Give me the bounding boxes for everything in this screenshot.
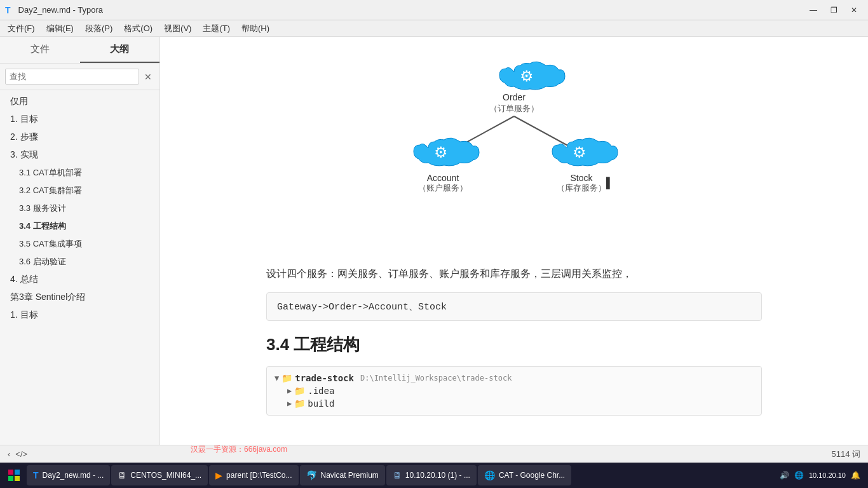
menu-item-p[interactable]: 段落(P) xyxy=(80,22,118,36)
sidebar: 文件 大纲 ✕ 仅用1. 目标2. 步骤3. 实现3.1 CAT单机部署3.2 … xyxy=(0,37,160,445)
build-folder-icon: 📁 xyxy=(294,398,305,409)
tab-outline[interactable]: 大纲 xyxy=(80,37,160,63)
bottom-code-tag: </> xyxy=(15,449,27,459)
close-button[interactable]: ✕ xyxy=(845,3,863,17)
outline-item-7[interactable]: 3.4 工程结构 xyxy=(0,217,159,235)
outline-item-5[interactable]: 3.2 CAT集群部署 xyxy=(0,182,159,200)
idea-folder-name: .idea xyxy=(308,386,334,396)
file-tree: ▼ 📁 trade-stock D:\Intellij_Workspace\tr… xyxy=(266,366,762,416)
centos-icon: 🖥 xyxy=(118,470,126,480)
outline-list: 仅用1. 目标2. 步骤3. 实现3.1 CAT单机部署3.2 CAT集群部署3… xyxy=(0,90,159,445)
outline-item-11[interactable]: 第3章 Sentinel介绍 xyxy=(0,288,159,306)
app-icon: T xyxy=(5,5,11,15)
sidebar-tabs: 文件 大纲 xyxy=(0,37,159,64)
taskbar-centos[interactable]: 🖥 CENTOS_MINI64_... xyxy=(111,465,208,485)
outline-item-1[interactable]: 1. 目标 xyxy=(0,111,159,128)
file-tree-children: ▶ 📁 .idea ▶ 📁 build xyxy=(275,384,754,410)
taskbar-right: 🔊 🌐 10.10.20.10 🔔 xyxy=(775,471,865,480)
svg-text:（账户服务）: （账户服务） xyxy=(418,183,468,193)
main-area: 文件 大纲 ✕ 仅用1. 目标2. 步骤3. 实现3.1 CAT单机部署3.2 … xyxy=(0,37,868,445)
taskbar-chrome[interactable]: 🌐 CAT - Google Chr... xyxy=(478,465,571,485)
menu-bar: 文件(F)编辑(E)段落(P)格式(O)视图(V)主题(T)帮助(H) xyxy=(0,20,868,37)
watermark: 汉晸一手资源：666java.com xyxy=(191,444,287,455)
outline-item-10[interactable]: 4. 总结 xyxy=(0,271,159,288)
taskbar-navicat[interactable]: 🐬 Navicat Premium xyxy=(300,465,385,485)
file-tree-row-build: ▶ 📁 build xyxy=(287,397,754,410)
folder-icon: 📁 xyxy=(281,373,292,383)
file-tree-row-idea: ▶ 📁 .idea xyxy=(287,384,754,397)
outline-item-2[interactable]: 2. 步骤 xyxy=(0,128,159,146)
taskbar-network-icon[interactable]: 🌐 xyxy=(794,471,804,480)
menu-item-f[interactable]: 文件(F) xyxy=(3,22,40,36)
svg-text:Account: Account xyxy=(427,173,459,183)
start-button[interactable] xyxy=(3,465,25,485)
maximize-button[interactable]: ❐ xyxy=(825,3,843,17)
chrome-icon: 🌐 xyxy=(484,470,495,480)
root-folder-path: D:\Intellij_Workspace\trade-stock xyxy=(360,374,512,383)
bottom-nav-prev[interactable]: ‹ xyxy=(8,449,10,459)
typora-label: Day2_new.md - ... xyxy=(43,471,104,480)
typora-icon: T xyxy=(33,470,39,480)
centos-label: CENTOS_MINI64_... xyxy=(130,471,201,480)
taskbar: T Day2_new.md - ... 🖥 CENTOS_MINI64_... … xyxy=(0,463,868,488)
intellij-label: parent [D:\TestCo... xyxy=(226,471,292,480)
taskbar-remote[interactable]: 🖥 10.10.20.10 (1) - ... xyxy=(386,465,477,485)
diagram-area: ⚙ ⚙ Order （订单服务） ⚙ Account xyxy=(266,50,762,253)
build-expand-icon[interactable]: ▶ xyxy=(287,399,292,408)
svg-text:⚙: ⚙ xyxy=(573,144,587,161)
build-folder-name: build xyxy=(308,398,334,409)
taskbar-intellij[interactable]: ▶ parent [D:\TestCo... xyxy=(209,465,298,485)
svg-text:（库存服务）: （库存服务） xyxy=(557,183,606,193)
svg-text:Order: Order xyxy=(503,92,526,102)
search-clear-button[interactable]: ✕ xyxy=(142,71,154,83)
taskbar-sound-icon[interactable]: 🔊 xyxy=(780,471,789,480)
search-input[interactable] xyxy=(5,69,139,85)
title-bar-left: T Day2_new.md - Typora xyxy=(5,5,103,15)
description-text: 设计四个服务：网关服务、订单服务、账户服务和库存服务，三层调用关系监控， xyxy=(266,266,762,282)
svg-rect-15 xyxy=(8,476,13,481)
svg-text:Stock: Stock xyxy=(570,173,593,183)
outline-item-3[interactable]: 3. 实现 xyxy=(0,146,159,164)
svg-text:▌: ▌ xyxy=(606,177,613,189)
taskbar-datetime: 10.10.20.10 xyxy=(809,471,846,479)
remote-label: 10.10.20.10 (1) - ... xyxy=(405,471,470,480)
idea-expand-icon[interactable]: ▶ xyxy=(287,386,292,395)
tab-file[interactable]: 文件 xyxy=(0,37,80,63)
menu-item-o[interactable]: 格式(O) xyxy=(119,22,158,36)
svg-rect-16 xyxy=(15,476,20,481)
navicat-icon: 🐬 xyxy=(306,470,317,480)
windows-icon xyxy=(8,469,20,482)
content-inner: ⚙ ⚙ Order （订单服务） ⚙ Account xyxy=(228,37,800,428)
outline-item-9[interactable]: 3.6 启动验证 xyxy=(0,253,159,271)
outline-item-12[interactable]: 1. 目标 xyxy=(0,306,159,324)
outline-item-0[interactable]: 仅用 xyxy=(0,93,159,111)
menu-item-v[interactable]: 视图(V) xyxy=(159,22,196,36)
outline-item-6[interactable]: 3.3 服务设计 xyxy=(0,200,159,217)
word-count: 5114 词 xyxy=(831,449,860,460)
architecture-diagram: ⚙ ⚙ Order （订单服务） ⚙ Account xyxy=(349,50,679,253)
svg-text:⚙: ⚙ xyxy=(523,72,531,82)
outline-item-8[interactable]: 3.5 CAT集成事项 xyxy=(0,235,159,253)
bottom-bar: ‹ </> 5114 词 xyxy=(0,445,868,463)
navicat-label: Navicat Premium xyxy=(321,471,379,480)
minimize-button[interactable]: — xyxy=(804,3,822,17)
menu-item-t[interactable]: 主题(T) xyxy=(198,22,235,36)
content-area: ⚙ ⚙ Order （订单服务） ⚙ Account xyxy=(160,37,868,445)
root-folder-name: trade-stock xyxy=(295,373,354,383)
idea-folder-icon: 📁 xyxy=(294,386,305,396)
menu-item-h[interactable]: 帮助(H) xyxy=(236,22,275,36)
menu-item-e[interactable]: 编辑(E) xyxy=(41,22,79,36)
title-bar: T Day2_new.md - Typora — ❐ ✕ xyxy=(0,0,868,20)
svg-text:⚙: ⚙ xyxy=(434,144,448,161)
sidebar-search-area: ✕ xyxy=(0,64,159,90)
code-content: Gateway->Order->Account、Stock xyxy=(277,302,447,313)
remote-icon: 🖥 xyxy=(393,470,402,480)
section-heading: 3.4 工程结构 xyxy=(266,334,762,356)
tree-expand-icon[interactable]: ▼ xyxy=(275,374,279,383)
taskbar-typora[interactable]: T Day2_new.md - ... xyxy=(27,465,110,485)
intellij-icon: ▶ xyxy=(215,470,222,480)
outline-item-4[interactable]: 3.1 CAT单机部署 xyxy=(0,164,159,182)
window-controls: — ❐ ✕ xyxy=(804,3,863,17)
taskbar-notification-icon[interactable]: 🔔 xyxy=(851,471,860,480)
window-title: Day2_new.md - Typora xyxy=(18,5,103,15)
